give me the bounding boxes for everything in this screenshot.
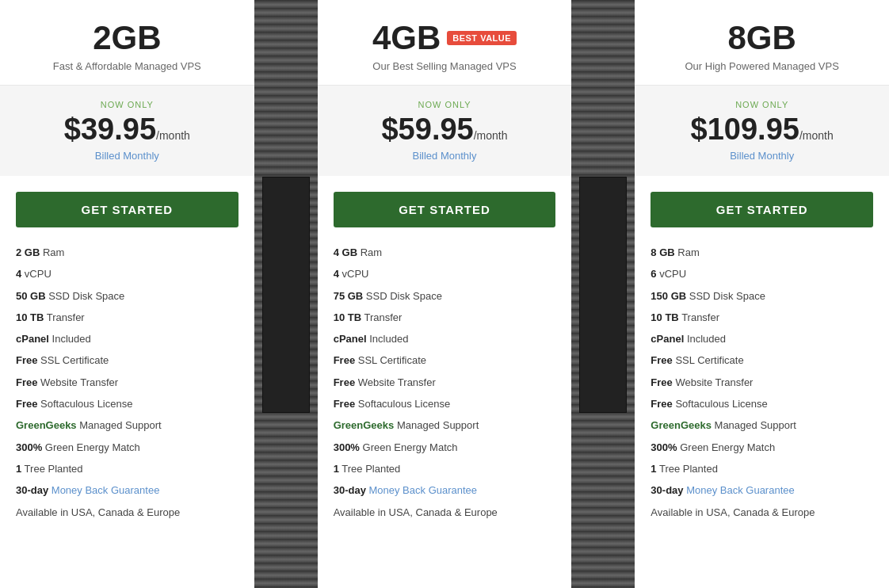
- list-item: cPanel Included: [651, 328, 873, 349]
- server-divider-right: [571, 0, 635, 588]
- list-item: GreenGeeks Managed Support: [651, 414, 873, 436]
- now-only-4gb: NOW ONLY: [334, 100, 556, 109]
- plan-size-4gb: 4GB BEST VALUE: [334, 19, 556, 57]
- list-item: 300% Green Energy Match: [334, 437, 556, 458]
- plan-tagline-4gb: Our Best Selling Managed VPS: [334, 60, 556, 72]
- list-item: 6 vCPU: [651, 263, 873, 284]
- list-item: Free SSL Certificate: [16, 349, 238, 371]
- list-item: Free Website Transfer: [16, 372, 238, 393]
- plan-pricing-4gb: NOW ONLY $59.95/month Billed Monthly: [318, 86, 572, 176]
- feature-list-8gb: 8 GB Ram 6 vCPU 150 GB SSD Disk Space 10…: [651, 242, 873, 523]
- list-item: Free Website Transfer: [651, 372, 873, 393]
- plan-header-2gb: 2GB Fast & Affordable Managed VPS: [0, 0, 254, 86]
- plan-body-8gb: GET STARTED 8 GB Ram 6 vCPU 150 GB SSD D…: [635, 176, 889, 588]
- price-amount-4gb: $59.95: [381, 113, 473, 146]
- get-started-button-4gb[interactable]: GET STARTED: [334, 192, 556, 227]
- plan-header-8gb: 8GB Our High Powered Managed VPS: [635, 0, 889, 86]
- list-item: 4 GB Ram: [334, 242, 556, 263]
- list-item: 1 Tree Planted: [651, 458, 873, 479]
- list-item: 8 GB Ram: [651, 242, 873, 263]
- plan-size-8gb: 8GB: [651, 19, 873, 57]
- plan-tagline-2gb: Fast & Affordable Managed VPS: [16, 60, 238, 72]
- price-display-8gb: $109.95/month: [651, 113, 873, 147]
- list-item: Free SSL Certificate: [651, 349, 873, 371]
- list-item: 30-day Money Back Guarantee: [651, 479, 873, 501]
- best-value-badge: BEST VALUE: [447, 31, 517, 45]
- list-item: 30-day Money Back Guarantee: [334, 479, 556, 501]
- plan-card-2gb: 2GB Fast & Affordable Managed VPS NOW ON…: [0, 0, 254, 588]
- list-item: cPanel Included: [334, 328, 556, 349]
- list-item: GreenGeeks Managed Support: [16, 414, 238, 436]
- list-item: 300% Green Energy Match: [651, 437, 873, 458]
- plan-card-4gb: 4GB BEST VALUE Our Best Selling Managed …: [318, 0, 572, 588]
- server-divider-left: [254, 0, 318, 588]
- list-item: Free Softaculous License: [16, 393, 238, 414]
- get-started-button-2gb[interactable]: GET STARTED: [16, 192, 238, 227]
- plan-pricing-8gb: NOW ONLY $109.95/month Billed Monthly: [635, 86, 889, 176]
- list-item: Free SSL Certificate: [334, 349, 556, 371]
- plan-pricing-2gb: NOW ONLY $39.95/month Billed Monthly: [0, 86, 254, 176]
- plan-tagline-8gb: Our High Powered Managed VPS: [651, 60, 873, 72]
- price-amount-2gb: $39.95: [64, 113, 156, 146]
- list-item: Free Website Transfer: [334, 372, 556, 393]
- list-item: 4 vCPU: [16, 263, 238, 284]
- list-item: 10 TB Transfer: [334, 307, 556, 328]
- now-only-8gb: NOW ONLY: [651, 100, 873, 109]
- price-amount-8gb: $109.95: [691, 113, 799, 146]
- list-item: 10 TB Transfer: [16, 307, 238, 328]
- price-period-2gb: /month: [156, 129, 190, 142]
- list-item: 300% Green Energy Match: [16, 437, 238, 458]
- list-item: 2 GB Ram: [16, 242, 238, 263]
- price-display-2gb: $39.95/month: [16, 113, 238, 147]
- list-item: Free Softaculous License: [651, 393, 873, 414]
- list-item: 30-day Money Back Guarantee: [16, 479, 238, 501]
- now-only-2gb: NOW ONLY: [16, 100, 238, 109]
- pricing-wrapper: 2GB Fast & Affordable Managed VPS NOW ON…: [0, 0, 889, 588]
- list-item: 10 TB Transfer: [651, 307, 873, 328]
- list-item: Available in USA, Canada & Europe: [651, 502, 873, 523]
- list-item: Available in USA, Canada & Europe: [334, 502, 556, 523]
- list-item: 150 GB SSD Disk Space: [651, 285, 873, 307]
- plan-card-8gb: 8GB Our High Powered Managed VPS NOW ONL…: [635, 0, 889, 588]
- plan-header-4gb: 4GB BEST VALUE Our Best Selling Managed …: [318, 0, 572, 86]
- plan-body-2gb: GET STARTED 2 GB Ram 4 vCPU 50 GB SSD Di…: [0, 176, 254, 588]
- price-period-8gb: /month: [799, 129, 834, 142]
- list-item: cPanel Included: [16, 328, 238, 349]
- get-started-button-8gb[interactable]: GET STARTED: [651, 192, 873, 227]
- feature-list-2gb: 2 GB Ram 4 vCPU 50 GB SSD Disk Space 10 …: [16, 242, 238, 523]
- list-item: Free Softaculous License: [334, 393, 556, 414]
- list-item: Available in USA, Canada & Europe: [16, 502, 238, 523]
- price-period-4gb: /month: [474, 129, 508, 142]
- list-item: 75 GB SSD Disk Space: [334, 285, 556, 307]
- billed-info-4gb: Billed Monthly: [334, 150, 556, 162]
- plan-body-4gb: GET STARTED 4 GB Ram 4 vCPU 75 GB SSD Di…: [318, 176, 572, 588]
- feature-list-4gb: 4 GB Ram 4 vCPU 75 GB SSD Disk Space 10 …: [334, 242, 556, 523]
- list-item: GreenGeeks Managed Support: [334, 414, 556, 436]
- price-display-4gb: $59.95/month: [334, 113, 556, 147]
- billed-info-8gb: Billed Monthly: [651, 150, 873, 162]
- list-item: 50 GB SSD Disk Space: [16, 285, 238, 307]
- billed-info-2gb: Billed Monthly: [16, 150, 238, 162]
- list-item: 1 Tree Planted: [334, 458, 556, 479]
- list-item: 1 Tree Planted: [16, 458, 238, 479]
- list-item: 4 vCPU: [334, 263, 556, 284]
- plan-size-2gb: 2GB: [16, 19, 238, 57]
